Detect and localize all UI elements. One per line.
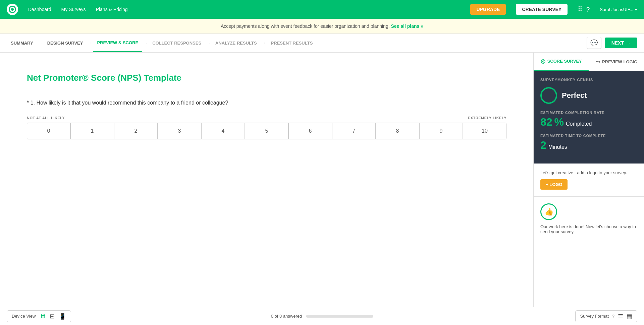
survey-format: Survey Format ? ☰ ▦	[575, 310, 637, 322]
mobile-icon[interactable]: 📱	[59, 313, 66, 320]
time-number: 2	[540, 139, 546, 151]
upgrade-button[interactable]: UPGRADE	[470, 4, 506, 15]
create-survey-button[interactable]: CREATE SURVEY	[516, 4, 568, 15]
nav-dashboard[interactable]: Dashboard	[28, 7, 51, 12]
apps-grid-icon[interactable]: ⠿	[578, 5, 583, 13]
workflow-right-actions: 💬 NEXT →	[587, 37, 637, 49]
comment-button[interactable]: 💬	[587, 37, 601, 49]
workflow-step-design[interactable]: DESIGN SURVEY	[43, 35, 87, 52]
see-all-plans-link[interactable]: See all plans »	[391, 23, 423, 29]
arrow-4: →	[206, 40, 211, 46]
workflow-step-present[interactable]: PRESENT RESULTS	[267, 35, 317, 52]
workflow-steps: SUMMARY → DESIGN SURVEY → PREVIEW & SCOR…	[7, 34, 587, 52]
thumbs-up-icon: 👍	[540, 203, 557, 220]
nps-cell-8[interactable]: 8	[376, 123, 419, 139]
logo-icon	[7, 4, 18, 15]
nps-cell-10[interactable]: 10	[463, 123, 506, 139]
nav-plans-pricing[interactable]: Plans & Pricing	[96, 7, 128, 12]
workflow-step-collect[interactable]: COLLECT RESPONSES	[148, 35, 205, 52]
desktop-icon[interactable]: 🖥	[40, 313, 46, 320]
nav-icons: ⠿ ?	[578, 5, 590, 13]
completion-rate-value: 82 % Completed	[540, 116, 637, 128]
nps-cell-2[interactable]: 2	[114, 123, 158, 139]
logo-suggestion: Let's get creative - add a logo to your …	[534, 164, 644, 197]
survey-format-help-icon[interactable]: ?	[612, 314, 614, 319]
survey-format-label: Survey Format	[580, 314, 609, 319]
workflow-step-summary[interactable]: SUMMARY	[7, 35, 37, 52]
preview-logic-icon: ⤳	[596, 59, 600, 65]
device-view-label: Device View	[12, 314, 36, 319]
workflow-bar: SUMMARY → DESIGN SURVEY → PREVIEW & SCOR…	[0, 34, 644, 53]
arrow-5: →	[262, 40, 266, 46]
arrow-2: →	[88, 40, 92, 46]
logo-inner	[9, 6, 16, 13]
genius-time-to-complete: ESTIMATED TIME TO COMPLETE 2 Minutes	[540, 134, 637, 151]
send-suggestion-text: Our work here is done! Now let's choose …	[540, 224, 637, 234]
bottom-bar: Device View 🖥 ⊟ 📱 0 of 8 answered Survey…	[0, 307, 644, 323]
score-survey-icon: ◎	[541, 58, 545, 64]
survey-content: Net Promoter® Score (NPS) Template * 1. …	[0, 53, 533, 323]
next-arrow-icon: →	[626, 40, 631, 46]
format-card-icon[interactable]: ▦	[627, 313, 632, 320]
help-icon[interactable]: ?	[586, 6, 590, 13]
nps-cell-4[interactable]: 4	[201, 123, 245, 139]
add-logo-button[interactable]: + LOGO	[540, 179, 568, 190]
completion-rate-number: 82	[540, 116, 552, 128]
completion-rate-label: ESTIMATED COMPLETION RATE	[540, 111, 637, 115]
nps-scale: 0 1 2 3 4 5 6 7 8 9 10	[27, 123, 506, 139]
device-view: Device View 🖥 ⊟ 📱	[7, 310, 71, 322]
workflow-step-preview[interactable]: PREVIEW & SCORE	[93, 34, 142, 52]
user-menu[interactable]: SarahJonasUIF... ▾	[600, 7, 637, 12]
nps-cell-7[interactable]: 7	[332, 123, 376, 139]
nps-cell-6[interactable]: 6	[288, 123, 332, 139]
progress-text: 0 of 8 answered	[271, 314, 302, 319]
send-suggestion: 👍 Our work here is done! Now let's choos…	[534, 197, 644, 241]
nps-scale-labels: NOT AT ALL LIKELY EXTREMELY LIKELY	[27, 116, 506, 120]
tab-logic-label: PREVIEW LOGIC	[602, 59, 637, 64]
format-classic-icon[interactable]: ☰	[618, 313, 623, 320]
next-button[interactable]: NEXT →	[605, 38, 637, 48]
nps-cell-1[interactable]: 1	[70, 123, 114, 139]
nps-cell-5[interactable]: 5	[245, 123, 288, 139]
logo-suggestion-text: Let's get creative - add a logo to your …	[540, 170, 637, 175]
question-number: * 1.	[27, 100, 35, 106]
nps-cell-0[interactable]: 0	[27, 123, 70, 139]
workflow-step-analyze[interactable]: ANALYZE RESULTS	[211, 35, 261, 52]
right-panel-tabs: ◎ SCORE SURVEY ⤳ PREVIEW LOGIC	[534, 53, 644, 71]
genius-title: SURVEYMONKEY GENIUS	[540, 78, 637, 82]
promo-banner: Accept payments along with event feedbac…	[0, 19, 644, 34]
time-value: 2 Minutes	[540, 139, 637, 151]
promo-text: Accept payments along with event feedbac…	[221, 23, 390, 29]
logo-area[interactable]	[7, 4, 18, 15]
genius-completion-rate: ESTIMATED COMPLETION RATE 82 % Completed	[540, 111, 637, 128]
nps-cell-3[interactable]: 3	[158, 123, 201, 139]
tab-preview-logic[interactable]: ⤳ PREVIEW LOGIC	[589, 53, 644, 71]
genius-panel: SURVEYMONKEY GENIUS Perfect ESTIMATED CO…	[534, 71, 644, 164]
user-name: SarahJonasUIF...	[600, 7, 633, 12]
survey-title: Net Promoter® Score (NPS) Template	[27, 73, 506, 83]
genius-score-circle	[540, 87, 557, 104]
top-navigation: Dashboard My Surveys Plans & Pricing UPG…	[0, 0, 644, 19]
arrow-3: →	[143, 40, 148, 46]
genius-score-label: Perfect	[562, 91, 587, 100]
nps-low-label: NOT AT ALL LIKELY	[27, 116, 65, 120]
completion-rate-percent: %	[554, 116, 564, 128]
time-unit: Minutes	[548, 144, 567, 150]
chevron-down-icon: ▾	[635, 7, 637, 12]
tab-score-survey[interactable]: ◎ SCORE SURVEY	[534, 53, 589, 71]
nps-high-label: EXTREMELY LIKELY	[468, 116, 506, 120]
right-panel: ◎ SCORE SURVEY ⤳ PREVIEW LOGIC SURVEYMON…	[533, 53, 644, 323]
question-text: * 1. How likely is it that you would rec…	[27, 100, 506, 106]
tablet-icon[interactable]: ⊟	[50, 313, 55, 320]
arrow-1: →	[38, 40, 43, 46]
progress-bar-container	[306, 315, 373, 318]
completion-rate-suffix: Completed	[566, 121, 592, 127]
main-layout: Net Promoter® Score (NPS) Template * 1. …	[0, 53, 644, 323]
tab-score-label: SCORE SURVEY	[547, 59, 582, 64]
progress-area: 0 of 8 answered	[271, 314, 373, 319]
nps-cell-9[interactable]: 9	[419, 123, 463, 139]
genius-score-row: Perfect	[540, 87, 637, 104]
nav-my-surveys[interactable]: My Surveys	[61, 7, 86, 12]
question-body: How likely is it that you would recommen…	[36, 100, 228, 106]
time-label: ESTIMATED TIME TO COMPLETE	[540, 134, 637, 138]
